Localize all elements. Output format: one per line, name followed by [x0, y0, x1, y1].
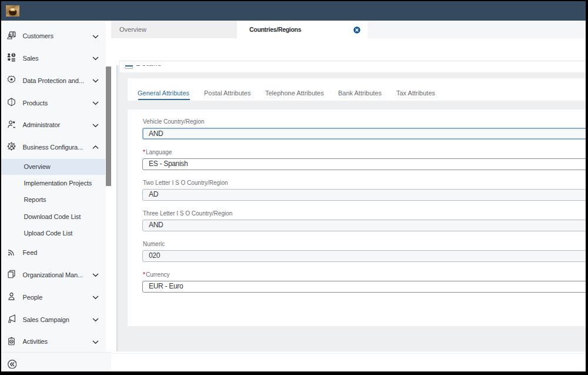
svg-text:$: $ — [13, 54, 15, 57]
